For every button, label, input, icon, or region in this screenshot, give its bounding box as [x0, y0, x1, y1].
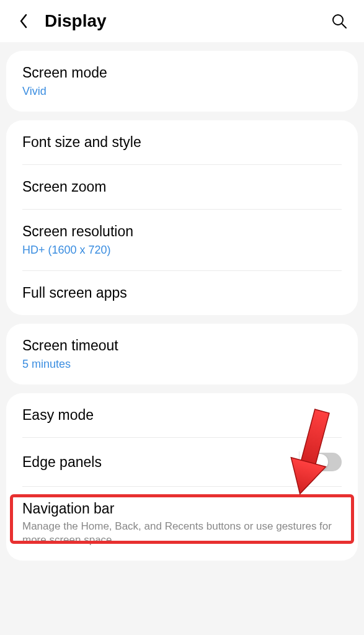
toggle-knob	[312, 454, 328, 470]
item-title: Screen timeout	[22, 337, 342, 354]
item-navigation-bar[interactable]: Navigation bar Manage the Home, Back, an…	[6, 487, 358, 561]
section-modes: Easy mode Edge panels Navigation bar Man…	[6, 393, 358, 561]
section-timeout: Screen timeout 5 minutes	[6, 324, 358, 384]
search-button[interactable]	[329, 11, 349, 31]
item-description: Manage the Home, Back, and Recents butto…	[22, 520, 342, 547]
item-title: Easy mode	[22, 407, 342, 424]
item-value: HD+ (1600 x 720)	[22, 244, 342, 257]
item-title: Navigation bar	[22, 500, 342, 517]
section-screen-mode: Screen mode Vivid	[6, 51, 358, 112]
header-bar: Display	[0, 0, 364, 42]
section-display-settings: Font size and style Screen zoom Screen r…	[6, 120, 358, 315]
item-screen-mode[interactable]: Screen mode Vivid	[6, 51, 358, 112]
item-easy-mode[interactable]: Easy mode	[6, 393, 358, 437]
item-screen-zoom[interactable]: Screen zoom	[6, 165, 358, 209]
item-title: Screen zoom	[22, 179, 342, 195]
search-icon	[331, 13, 347, 29]
item-title: Edge panels	[22, 454, 102, 471]
toggle-divider	[299, 451, 300, 473]
item-title: Full screen apps	[22, 285, 342, 301]
svg-line-1	[342, 24, 346, 28]
item-value: Vivid	[22, 85, 342, 98]
item-value: 5 minutes	[22, 358, 342, 371]
item-font-size[interactable]: Font size and style	[6, 120, 358, 164]
chevron-left-icon	[18, 12, 29, 30]
edge-panels-toggle[interactable]	[311, 453, 342, 471]
item-title: Screen mode	[22, 64, 342, 81]
toggle-wrap	[299, 451, 342, 473]
item-screen-timeout[interactable]: Screen timeout 5 minutes	[6, 324, 358, 384]
back-button[interactable]	[15, 12, 32, 30]
item-title: Font size and style	[22, 134, 342, 151]
item-edge-panels[interactable]: Edge panels	[6, 438, 358, 486]
item-full-screen-apps[interactable]: Full screen apps	[6, 271, 358, 315]
item-title: Screen resolution	[22, 223, 342, 240]
item-screen-resolution[interactable]: Screen resolution HD+ (1600 x 720)	[6, 210, 358, 270]
page-title: Display	[45, 11, 329, 31]
